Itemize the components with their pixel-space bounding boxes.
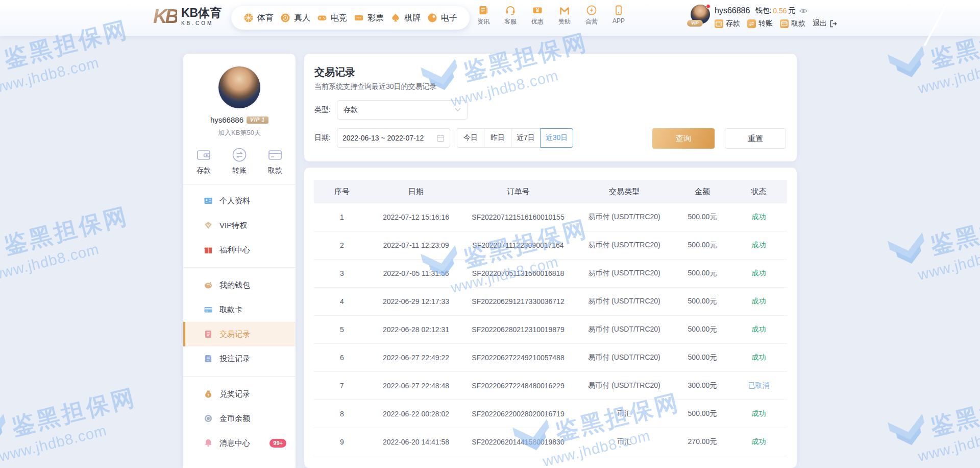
brand-logo[interactable]: KB KB体育 KB.COM	[153, 7, 222, 26]
sidebar-item-messages[interactable]: 消息中心 99+	[183, 431, 296, 455]
page-subtitle: 当前系统支持查询最近30日的交易记录	[314, 82, 437, 91]
quick-deposit[interactable]: 存款	[195, 147, 212, 175]
sidebar-item-welfare[interactable]: 福利中心	[183, 238, 296, 262]
sidebar-item-withdraw-card[interactable]: 取款卡	[183, 297, 296, 322]
quick-label: 存款	[197, 166, 211, 175]
logout-button[interactable]: 退出	[813, 19, 837, 28]
nav-item-label: 电竞	[331, 13, 347, 24]
logout-icon	[829, 20, 837, 28]
avatar[interactable]: VIP	[691, 5, 710, 24]
headset-icon	[505, 5, 516, 16]
type-select[interactable]: 存款	[337, 100, 468, 120]
feature-partner[interactable]: 合营	[580, 5, 603, 26]
filter-panel: 交易记录 当前系统支持查询最近30日的交易记录 类型: 存款 日期: 2022-…	[304, 54, 797, 161]
preset-7days[interactable]: 近7日	[511, 128, 541, 148]
vip-ribbon: VIP	[687, 20, 703, 27]
nav-item-label: 真人	[294, 13, 310, 24]
sidebar-item-profile[interactable]: 个人资料	[183, 189, 296, 213]
reset-button[interactable]: 重置	[725, 128, 786, 149]
coin-icon	[204, 414, 213, 423]
nav-item-slots[interactable]: 电子	[427, 13, 457, 24]
sidebar-item-wallet[interactable]: 我的钱包	[183, 273, 296, 297]
sidebar-item-bets[interactable]: 投注记录	[183, 346, 296, 371]
type-label: 类型:	[314, 105, 337, 114]
date-range-value: 2022-06-13 ~ 2022-07-12	[342, 134, 424, 142]
chevron-down-icon	[455, 108, 461, 112]
basketball-icon	[243, 13, 254, 23]
nav-item-poker[interactable]: 棋牌	[390, 13, 421, 24]
sidebar-item-label: 金币余额	[219, 414, 250, 424]
wallet-unit: 元	[789, 6, 796, 15]
diamond-icon	[204, 221, 213, 230]
withdraw-label: 取款	[791, 19, 805, 28]
divider	[183, 184, 296, 184]
feature-label: 优惠	[531, 17, 544, 26]
col-header-type: 交易类型	[574, 187, 674, 197]
withdraw-icon	[780, 19, 789, 28]
table-row: 42022-06-29 12:17:33SF202206291217330036…	[314, 288, 787, 316]
profile-avatar[interactable]	[218, 66, 260, 108]
join-days-text: 加入KB第50天	[183, 128, 296, 137]
feature-promo[interactable]: ¥ 优惠	[526, 5, 549, 26]
table-row: 82022-06-22 00:28:02SF202206220028020016…	[314, 400, 787, 428]
gamepad-icon	[317, 13, 327, 23]
col-header-status: 状态	[730, 187, 787, 197]
sidebar-item-vip[interactable]: VIP特权	[183, 213, 296, 238]
feature-service[interactable]: 客服	[499, 5, 522, 26]
feature-app[interactable]: APP	[607, 5, 630, 26]
sidebar-item-label: 消息中心	[219, 438, 250, 448]
divider	[183, 376, 296, 377]
nav-item-label: 彩票	[368, 13, 384, 24]
bank-card-icon	[267, 147, 283, 163]
table-row: 52022-06-28 02:12:31SF202206280212310019…	[314, 316, 787, 344]
transfer-button[interactable]: 转账	[747, 19, 773, 28]
feature-links: 资讯 客服 ¥ 优惠 赞助 合营 APP	[472, 5, 630, 26]
nav-item-live[interactable]: 真人	[280, 13, 310, 24]
quick-withdraw[interactable]: 取款	[267, 147, 283, 175]
sidebar-item-gold-balance[interactable]: 金币余额	[183, 406, 296, 431]
unread-badge: 99+	[270, 439, 286, 448]
watermark: 鉴黑担保网www.jhdb8.com	[888, 195, 980, 289]
bell-icon	[204, 438, 213, 448]
preset-30days[interactable]: 近30日	[540, 128, 574, 148]
deposit-button[interactable]: 存款	[715, 19, 740, 28]
preset-yesterday[interactable]: 昨日	[484, 128, 511, 148]
feature-label: 资讯	[477, 17, 489, 26]
date-range-input[interactable]: 2022-06-13 ~ 2022-07-12	[337, 128, 450, 148]
deposit-label: 存款	[726, 19, 740, 28]
status-badge: 成功	[730, 241, 787, 250]
quick-label: 取款	[268, 166, 282, 175]
notification-dot	[706, 4, 710, 9]
watermark: 鉴黑担保网www.jhdb8.com	[0, 377, 164, 468]
wallet-icon	[195, 147, 212, 163]
sidebar-item-label: 福利中心	[219, 245, 250, 255]
profile-username: hys66886	[210, 115, 243, 124]
gift-icon	[204, 245, 213, 254]
profile-sidebar: hys66886 VIP 1 加入KB第50天 存款 转账 取款 个人资料 VI…	[183, 54, 296, 468]
quick-transfer[interactable]: 转账	[231, 147, 248, 175]
id-card-icon	[204, 196, 213, 205]
table-row: 12022-07-12 15:16:16SF202207121516160010…	[314, 203, 787, 231]
nav-item-esports[interactable]: 电竞	[317, 13, 347, 24]
brand-name: KB体育	[181, 7, 222, 19]
preset-today[interactable]: 今日	[457, 128, 484, 148]
sidebar-item-label: 个人资料	[219, 196, 250, 206]
sidebar-item-prizes[interactable]: 兑奖记录	[183, 382, 296, 406]
deposit-icon	[715, 19, 723, 28]
nav-item-sports[interactable]: 体育	[243, 13, 274, 24]
date-label: 日期:	[314, 133, 337, 143]
sidebar-item-label: 投注记录	[219, 354, 250, 364]
calendar-icon	[436, 134, 445, 142]
withdraw-button[interactable]: 取款	[780, 19, 805, 28]
top-navbar: KB KB体育 KB.COM 体育 真人 电竞 彩票 棋牌 电子	[0, 0, 980, 36]
status-badge: 成功	[730, 437, 787, 447]
nav-item-lottery[interactable]: 彩票	[354, 13, 384, 24]
transactions-table-panel: 序号 日期 订单号 交易类型 金额 状态 12022-07-12 15:16:1…	[304, 168, 797, 468]
query-button[interactable]: 查询	[652, 128, 715, 149]
sidebar-item-transactions[interactable]: 交易记录	[183, 322, 296, 346]
feature-sponsor[interactable]: 赞助	[553, 5, 576, 26]
feature-news[interactable]: 资讯	[472, 5, 495, 26]
eye-icon[interactable]	[799, 8, 807, 14]
feature-label: 客服	[504, 17, 517, 26]
feature-label: 合营	[585, 17, 598, 26]
